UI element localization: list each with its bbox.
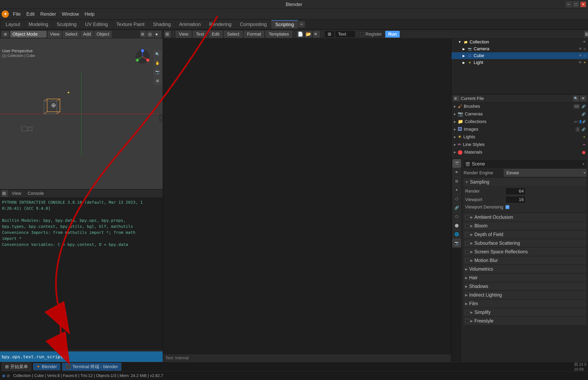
dof-header[interactable]: ▶ Depth of Field	[463, 231, 586, 238]
run-script-button[interactable]: Run	[385, 31, 400, 38]
cube-modifier-icon[interactable]: ⬡	[584, 54, 586, 57]
indirect-lighting-header[interactable]: ▶ Indirect Lighting	[463, 291, 586, 299]
cube-eye-icon[interactable]: 👁	[579, 54, 582, 57]
ambient-occlusion-header[interactable]: ▶ Ambient Occlusion	[463, 213, 586, 221]
camera-btn[interactable]: 📷	[154, 68, 161, 76]
text-editor-panel-icon[interactable]: ⊞	[165, 31, 171, 38]
tab-sculpting[interactable]: Sculpting	[53, 20, 81, 28]
sss-checkbox[interactable]	[465, 242, 469, 245]
register-checkbox[interactable]	[360, 32, 364, 36]
hair-header[interactable]: ▶ Hair	[463, 274, 586, 282]
viewport-shading-icon[interactable]: ●	[155, 31, 161, 38]
sss-header[interactable]: ▶ Subsurface Scattering	[463, 239, 586, 247]
camera-render-icon[interactable]: ◎	[584, 47, 586, 51]
viewport-add-btn[interactable]: Add	[81, 31, 93, 38]
sampling-header[interactable]: ▼ Sampling	[463, 178, 586, 186]
ssr-header[interactable]: ▶ Screen Space Reflections	[463, 248, 586, 256]
outliner-item-cube[interactable]: ▶ ⬡ Cube 👁 ⬡	[451, 52, 588, 59]
viewport-xray-icon[interactable]: ◎	[147, 31, 154, 38]
bloom-header[interactable]: ▶ Bloom	[463, 222, 586, 230]
templates-menu[interactable]: Templates	[266, 31, 292, 38]
dof-checkbox[interactable]	[465, 233, 469, 236]
add-workspace-button[interactable]: +	[298, 21, 305, 28]
maximize-button[interactable]: □	[573, 2, 579, 7]
viewport-object-btn[interactable]: Object	[94, 31, 112, 38]
volumetrics-header[interactable]: ▶ Volumetrics	[463, 265, 586, 273]
materials-item[interactable]: ▶ ⬤ Materials ⬤	[451, 148, 588, 156]
tab-animation[interactable]: Animation	[175, 20, 205, 28]
motion-blur-header[interactable]: ▶ Motion Blur	[463, 257, 586, 264]
menu-window[interactable]: Window	[59, 10, 81, 18]
menu-file[interactable]: File	[10, 10, 23, 18]
tab-scripting[interactable]: Scripting	[271, 20, 298, 29]
tab-compositing[interactable]: Compositing	[236, 20, 271, 28]
format-menu[interactable]: Format	[244, 31, 264, 38]
light-eye-icon[interactable]: 👁	[579, 61, 582, 64]
file-browser-eye[interactable]: 👁	[580, 96, 586, 101]
outliner-item-camera[interactable]: ▶ 📷 Camera 👁 ◎	[451, 45, 588, 52]
motion-blur-checkbox[interactable]	[465, 259, 469, 262]
tab-uv-editing[interactable]: UV Editing	[81, 20, 112, 28]
prop-tab-object[interactable]: 👁	[452, 168, 461, 176]
close-file-icon[interactable]: ✕	[313, 31, 320, 38]
menu-edit[interactable]: Edit	[24, 10, 37, 18]
te-icon-1[interactable]: ⊞	[584, 31, 588, 38]
minimize-button[interactable]: ─	[566, 2, 571, 7]
edit-menu[interactable]: Edit	[209, 31, 223, 38]
console-command-bar[interactable]: bpy.ops.text.run_script()	[0, 351, 163, 362]
vp-denoising-checkbox[interactable]: ✓	[505, 205, 509, 209]
pan-btn[interactable]: ✋	[154, 59, 161, 67]
viewport-select-btn[interactable]: Select	[63, 31, 80, 38]
outliner-item-collection[interactable]: ▼ 📁 Collection 👁	[451, 38, 588, 45]
linestyles-item[interactable]: ▶ ✏ Line Styles ✏	[451, 141, 588, 148]
viewport-content[interactable]: User Perspective (1) Collection | Cube Z…	[0, 38, 163, 189]
viewport-mode-icon[interactable]: ⊞	[2, 31, 9, 37]
brushes-item[interactable]: ▶ 🖌 Brushes 48 🔗	[451, 103, 588, 110]
collections-item[interactable]: ▶ 📁 Collections ◎⬡👤🔗	[451, 118, 588, 125]
freestyle-checkbox[interactable]	[465, 319, 469, 323]
prop-tab-world[interactable]: 🌐	[452, 230, 461, 238]
tab-rendering[interactable]: Rendering	[205, 20, 235, 28]
console-label[interactable]: Console	[25, 190, 46, 196]
blender-taskbar-btn[interactable]: ✦ Blender	[33, 363, 61, 370]
grid-btn[interactable]: ⊞	[154, 77, 161, 84]
prop-tab-render[interactable]: 📷	[452, 239, 461, 247]
prop-tab-modifier[interactable]: ⊞	[452, 177, 461, 185]
tab-texture-paint[interactable]: Texture Paint	[112, 20, 149, 28]
panel-collapse-arrow[interactable]: ›	[159, 114, 163, 122]
prop-tab-scene[interactable]: 🎬	[452, 159, 461, 168]
terminal-taskbar-btn[interactable]: ⬛ Terminal 终端 - blender	[62, 363, 121, 371]
console-panel-icon[interactable]: ⊞	[2, 190, 8, 197]
text-menu[interactable]: Text	[193, 31, 207, 38]
prop-tab-physics[interactable]: ⬡	[452, 195, 461, 203]
collection-eye-icon[interactable]: 👁	[583, 40, 586, 44]
render-samples-value[interactable]: 64	[505, 188, 525, 195]
render-engine-select[interactable]: Eevee Cycles Workbench	[504, 169, 586, 176]
prop-tab-particles[interactable]: ✦	[452, 186, 461, 194]
tab-modeling[interactable]: Modeling	[24, 20, 52, 28]
simplify-checkbox[interactable]	[465, 311, 469, 314]
console-view-btn[interactable]: View	[9, 190, 23, 196]
text-file-name[interactable]: Text	[335, 31, 355, 38]
lights-item[interactable]: ▶ ☀ Lights ☀	[451, 133, 588, 141]
prop-tab-constraints[interactable]: 🔗	[452, 204, 461, 212]
outliner-item-light[interactable]: ▶ ☀ Light 👁 ☀	[451, 59, 588, 66]
prop-tab-material[interactable]: ⬤	[452, 221, 461, 230]
menu-render[interactable]: Render	[38, 10, 59, 18]
ssr-checkbox[interactable]	[465, 250, 469, 254]
file-browser-filter[interactable]: 🔍	[573, 96, 579, 101]
light-type-icon[interactable]: ☀	[583, 61, 586, 64]
camera-eye-icon[interactable]: 👁	[579, 47, 582, 51]
viewport-view-btn[interactable]: View	[48, 31, 62, 38]
bloom-checkbox[interactable]	[465, 224, 469, 228]
simplify-header[interactable]: ▶ Simplify	[463, 308, 586, 316]
tab-layout[interactable]: Layout	[2, 20, 24, 28]
film-header[interactable]: ▶ Film	[463, 300, 586, 308]
ambient-occlusion-checkbox[interactable]	[465, 215, 469, 219]
zoom-in-btn[interactable]: 🔍	[154, 51, 161, 58]
select-menu[interactable]: Select	[224, 31, 242, 38]
object-mode-selector[interactable]: Object Mode	[10, 31, 46, 38]
viewport-overlay-icon[interactable]: ⊛	[140, 31, 147, 38]
prop-tab-data[interactable]: ⬡	[452, 212, 461, 221]
shadows-header[interactable]: ▶ Shadows	[463, 283, 586, 290]
